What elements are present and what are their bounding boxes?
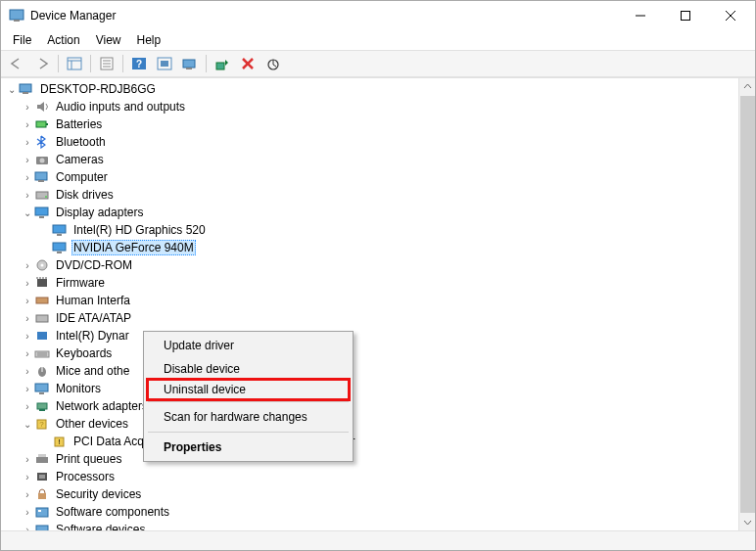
expand-icon[interactable]: › xyxy=(21,401,34,412)
svg-rect-63 xyxy=(38,454,46,457)
tree-item-processors[interactable]: › Processors xyxy=(3,468,738,485)
tree-item-firmware[interactable]: › Firmware xyxy=(3,274,738,292)
tree-label: Print queues xyxy=(54,452,123,466)
expand-icon[interactable]: › xyxy=(21,489,34,500)
maximize-button[interactable] xyxy=(663,1,708,30)
svg-rect-41 xyxy=(37,279,47,287)
back-button[interactable] xyxy=(5,53,28,74)
tree-item-network[interactable]: › Network adapters xyxy=(3,397,738,415)
expand-icon[interactable]: › xyxy=(21,260,34,271)
properties-button[interactable] xyxy=(95,53,118,74)
show-hide-console-button[interactable] xyxy=(63,53,86,74)
tree-item-disk[interactable]: › Disk drives xyxy=(3,186,738,204)
expand-icon[interactable]: › xyxy=(21,384,34,394)
collapse-icon[interactable]: ⌄ xyxy=(5,84,19,95)
scan-hardware-button[interactable] xyxy=(178,53,202,74)
scroll-thumb[interactable] xyxy=(740,96,755,513)
tree-label: Bluetooth xyxy=(54,135,108,149)
expand-icon[interactable]: › xyxy=(21,296,34,306)
tree-item-audio[interactable]: › Audio inputs and outputs xyxy=(3,98,738,115)
tree-item-pci[interactable]: ! PCI Data Acquisition and Signal Proces… xyxy=(3,433,738,450)
ctx-uninstall-device[interactable]: Uninstall device xyxy=(146,378,351,401)
menu-view[interactable]: View xyxy=(88,31,129,49)
ide-icon xyxy=(34,310,50,326)
enable-device-button[interactable] xyxy=(211,53,234,74)
action-button[interactable] xyxy=(153,53,176,74)
scroll-up-button[interactable] xyxy=(739,78,756,95)
ctx-update-driver[interactable]: Update driver xyxy=(146,334,351,357)
tree-item-print[interactable]: › Print queues xyxy=(3,450,738,468)
warning-icon: ! xyxy=(52,434,68,449)
collapse-icon[interactable]: ⌄ xyxy=(21,419,34,430)
network-icon xyxy=(34,398,50,414)
forward-button[interactable] xyxy=(30,53,54,74)
camera-icon xyxy=(34,152,50,167)
tree-item-software-devices[interactable]: › Software devices xyxy=(3,521,738,530)
expand-icon[interactable]: › xyxy=(21,348,34,359)
svg-rect-62 xyxy=(36,457,48,463)
tree-item-keyboards[interactable]: › Keyboards xyxy=(3,344,738,362)
tree-item-mice[interactable]: › Mice and othe xyxy=(3,362,738,380)
expand-icon[interactable]: › xyxy=(21,472,34,482)
tree-item-ide[interactable]: › IDE ATA/ATAP xyxy=(3,309,738,327)
expand-icon[interactable]: › xyxy=(21,137,34,148)
expand-icon[interactable]: › xyxy=(21,366,34,377)
menu-help[interactable]: Help xyxy=(129,31,169,49)
tree-root[interactable]: ⌄ DESKTOP-RDJB6GG xyxy=(3,80,738,98)
svg-rect-55 xyxy=(39,392,44,394)
tree-item-other[interactable]: ⌄ ? Other devices xyxy=(3,415,738,433)
close-button[interactable] xyxy=(708,1,753,30)
collapse-icon[interactable]: ⌄ xyxy=(21,207,34,218)
tree-item-computer[interactable]: › Computer xyxy=(3,168,738,186)
tree-item-bluetooth[interactable]: › Bluetooth xyxy=(3,133,738,151)
tree-item-intel-dynamic[interactable]: › Intel(R) Dynar xyxy=(3,327,738,344)
content-area: ⌄ DESKTOP-RDJB6GG › Audio inputs and out… xyxy=(1,77,755,530)
expand-icon[interactable]: › xyxy=(21,454,34,465)
svg-rect-68 xyxy=(38,510,41,512)
svg-rect-47 xyxy=(36,315,48,322)
expand-icon[interactable]: › xyxy=(21,190,34,201)
display-icon xyxy=(34,205,50,220)
tree-item-software-components[interactable]: › Software components xyxy=(3,503,738,521)
ctx-properties[interactable]: Properties xyxy=(146,436,351,459)
expand-icon[interactable]: › xyxy=(21,507,34,518)
security-icon xyxy=(34,486,50,502)
tree-item-monitors[interactable]: › Monitors xyxy=(3,380,738,397)
tree-label: Intel(R) Dynar xyxy=(54,329,131,343)
tree-item-nvidia[interactable]: NVIDIA GeForce 940M xyxy=(3,239,738,256)
menu-action[interactable]: Action xyxy=(39,31,87,49)
expand-icon[interactable]: › xyxy=(21,102,34,113)
toolbar-separator xyxy=(90,55,91,72)
tree-item-security[interactable]: › Security devices xyxy=(3,485,738,503)
tree-item-batteries[interactable]: › Batteries xyxy=(3,115,738,133)
window-title: Device Manager xyxy=(30,9,116,23)
ctx-scan-hardware[interactable]: Scan for hardware changes xyxy=(146,405,351,429)
expand-icon[interactable]: › xyxy=(21,172,34,183)
minimize-button[interactable] xyxy=(618,1,663,30)
tree-item-intel-graphics[interactable]: Intel(R) HD Graphics 520 xyxy=(3,221,738,239)
toolbar-separator xyxy=(206,55,207,72)
expand-icon[interactable]: › xyxy=(21,331,34,342)
expand-icon[interactable]: › xyxy=(21,313,34,324)
uninstall-device-button[interactable] xyxy=(236,53,260,74)
svg-rect-18 xyxy=(186,68,192,69)
svg-point-40 xyxy=(41,264,44,267)
help-button[interactable]: ? xyxy=(127,53,151,74)
tree-item-display[interactable]: ⌄ Display adapters xyxy=(3,204,738,221)
tree-label: Intel(R) HD Graphics 520 xyxy=(71,223,208,237)
expand-icon[interactable]: › xyxy=(21,278,34,289)
menu-file[interactable]: File xyxy=(5,31,39,49)
tree-label: Display adapters xyxy=(54,206,145,219)
expand-icon[interactable]: › xyxy=(21,525,34,531)
device-tree[interactable]: ⌄ DESKTOP-RDJB6GG › Audio inputs and out… xyxy=(1,78,738,530)
expand-icon[interactable]: › xyxy=(21,119,34,130)
tree-item-cameras[interactable]: › Cameras xyxy=(3,151,738,168)
scroll-down-button[interactable] xyxy=(739,514,756,530)
tree-item-hid[interactable]: › Human Interfa xyxy=(3,292,738,309)
tree-item-dvd[interactable]: › DVD/CD-ROM xyxy=(3,256,738,274)
menu-bar: File Action View Help xyxy=(1,30,755,50)
vertical-scrollbar[interactable] xyxy=(738,78,755,530)
expand-icon[interactable]: › xyxy=(21,155,34,165)
update-driver-button[interactable] xyxy=(261,53,285,74)
svg-text:?: ? xyxy=(136,59,142,69)
